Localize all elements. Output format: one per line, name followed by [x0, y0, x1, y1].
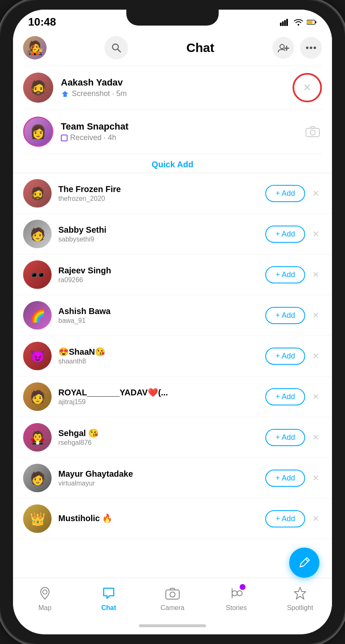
- qa-username-3: bawa_91: [58, 317, 259, 325]
- qa-info-3: Ashish Bawa bawa_91: [58, 306, 259, 325]
- qa-close-0[interactable]: ✕: [309, 187, 322, 200]
- svg-point-4: [298, 24, 299, 26]
- camera-snap-button[interactable]: [303, 122, 322, 141]
- qa-close-6[interactable]: ✕: [309, 431, 322, 444]
- phone-frame: 10:48: [0, 0, 345, 644]
- map-label: Map: [38, 604, 51, 612]
- qa-close-5[interactable]: ✕: [309, 390, 322, 403]
- qa-close-2[interactable]: ✕: [309, 268, 322, 281]
- svg-point-17: [310, 130, 315, 135]
- wifi-icon: [293, 18, 303, 26]
- qa-item-8[interactable]: 👑 Mustiholic 🔥 + Add ✕: [13, 499, 332, 539]
- qa-avatar-1: 🧑: [23, 220, 52, 248]
- qa-name-3: Ashish Bawa: [58, 306, 259, 316]
- qa-info-1: Sabby Sethi sabbysethi9: [58, 225, 259, 243]
- qa-close-1[interactable]: ✕: [309, 228, 322, 240]
- add-friend-button[interactable]: [272, 37, 294, 59]
- phone-screen: 10:48: [13, 10, 332, 634]
- add-button-2[interactable]: + Add: [265, 266, 305, 283]
- qa-name-0: The Frozen Fire: [58, 184, 259, 194]
- qa-item-4[interactable]: 😈 😍ShaaN😘 shaanth8 + Add ✕: [13, 336, 332, 377]
- qa-avatar-7: 🧑: [23, 464, 52, 492]
- nav-stories[interactable]: Stories: [217, 586, 255, 612]
- more-icon: [306, 46, 316, 49]
- add-button-6[interactable]: + Add: [265, 429, 305, 446]
- add-button-7[interactable]: + Add: [265, 470, 305, 487]
- nav-spotlight[interactable]: Spotlight: [281, 586, 319, 612]
- svg-point-22: [237, 591, 242, 596]
- signal-icon: [280, 18, 290, 26]
- qa-item-3[interactable]: 🌈 Ashish Bawa bawa_91 + Add ✕: [13, 295, 332, 336]
- stories-notification-dot: [240, 584, 246, 590]
- stories-icon: [229, 586, 244, 601]
- close-x-icon: ✕: [303, 82, 311, 93]
- qa-name-5: ROYAL_______YADAV❤️(...: [58, 387, 259, 397]
- qa-item-6[interactable]: 🧛 Sehgal 😘 rsehgal876 + Add ✕: [13, 417, 332, 458]
- qa-info-8: Mustiholic 🔥: [58, 513, 259, 524]
- qa-item-1[interactable]: 🧑 Sabby Sethi sabbysethi9 + Add ✕: [13, 214, 332, 254]
- qa-actions-0: + Add ✕: [265, 185, 322, 202]
- add-button-3[interactable]: + Add: [265, 307, 305, 324]
- aakash-action: ✕: [293, 73, 322, 102]
- add-button-0[interactable]: + Add: [265, 185, 305, 202]
- svg-rect-6: [315, 21, 316, 23]
- snapchat-sub: Received · 4h: [61, 133, 296, 142]
- chat-item-snapchat[interactable]: 👩 Team Snapchat Received · 4h: [13, 110, 332, 153]
- svg-point-18: [43, 590, 47, 594]
- snapchat-action: [303, 122, 322, 141]
- svg-point-20: [170, 592, 175, 597]
- header-actions: [272, 37, 322, 59]
- chat-item-aakash[interactable]: 🧔 Aakash Yadav Screenshot · 5m ✕: [13, 66, 332, 109]
- qa-name-8: Mustiholic 🔥: [58, 513, 259, 523]
- add-friend-icon: [277, 43, 289, 53]
- qa-avatar-6: 🧛: [23, 423, 52, 452]
- qa-info-0: The Frozen Fire thefrozen_2020: [58, 184, 259, 203]
- qa-item-7[interactable]: 🧑 Mayur Ghaytadake virtualmayur + Add ✕: [13, 458, 332, 499]
- qa-username-7: virtualmayur: [58, 480, 259, 487]
- qa-actions-6: + Add ✕: [265, 429, 322, 446]
- nav-chat[interactable]: Chat: [90, 586, 128, 612]
- qa-username-1: sabbysethi9: [58, 236, 259, 243]
- qa-avatar-8: 👑: [23, 504, 52, 533]
- qa-actions-4: + Add ✕: [265, 348, 322, 365]
- qa-info-7: Mayur Ghaytadake virtualmayur: [58, 469, 259, 487]
- camera-nav-icon: [165, 586, 180, 601]
- add-button-4[interactable]: + Add: [265, 348, 305, 365]
- qa-actions-7: + Add ✕: [265, 470, 322, 487]
- nav-camera[interactable]: Camera: [154, 586, 191, 612]
- home-indicator: [139, 624, 206, 627]
- qa-actions-2: + Add ✕: [265, 266, 322, 283]
- add-button-1[interactable]: + Add: [265, 226, 305, 243]
- add-button-5[interactable]: + Add: [265, 388, 305, 405]
- compose-fab-button[interactable]: [289, 548, 319, 578]
- nav-map[interactable]: Map: [26, 586, 64, 612]
- add-button-8[interactable]: + Add: [265, 510, 305, 527]
- svg-rect-3: [286, 19, 288, 26]
- user-avatar[interactable]: 🧑‍🎤: [23, 36, 47, 60]
- qa-info-2: Rajeev Singh ra09266: [58, 266, 259, 284]
- aakash-name: Aakash Yadav: [61, 77, 285, 88]
- chat-icon: [101, 586, 116, 601]
- svg-point-15: [314, 47, 316, 49]
- svg-marker-24: [294, 587, 306, 599]
- more-options-button[interactable]: [300, 37, 322, 59]
- svg-rect-2: [284, 20, 286, 26]
- svg-line-9: [118, 49, 121, 52]
- camera-icon: [305, 126, 320, 138]
- svg-point-13: [306, 47, 308, 49]
- qa-close-3[interactable]: ✕: [309, 309, 322, 322]
- page-title: Chat: [186, 41, 214, 55]
- search-button[interactable]: [105, 36, 128, 60]
- qa-item-5[interactable]: 🧑 ROYAL_______YADAV❤️(... ajitraj159 + A…: [13, 377, 332, 417]
- svg-rect-19: [166, 590, 179, 599]
- battery-icon: [307, 18, 317, 26]
- svg-point-21: [232, 591, 237, 596]
- close-highlighted-button[interactable]: ✕: [293, 73, 322, 102]
- qa-close-7[interactable]: ✕: [309, 472, 322, 484]
- qa-close-4[interactable]: ✕: [309, 350, 322, 362]
- qa-close-8[interactable]: ✕: [309, 512, 322, 525]
- qa-actions-5: + Add ✕: [265, 388, 322, 405]
- qa-item-0[interactable]: 🧔 The Frozen Fire thefrozen_2020 + Add ✕: [13, 173, 332, 214]
- svg-point-14: [310, 47, 312, 49]
- qa-item-2[interactable]: 🕶️ Rajeev Singh ra09266 + Add ✕: [13, 254, 332, 295]
